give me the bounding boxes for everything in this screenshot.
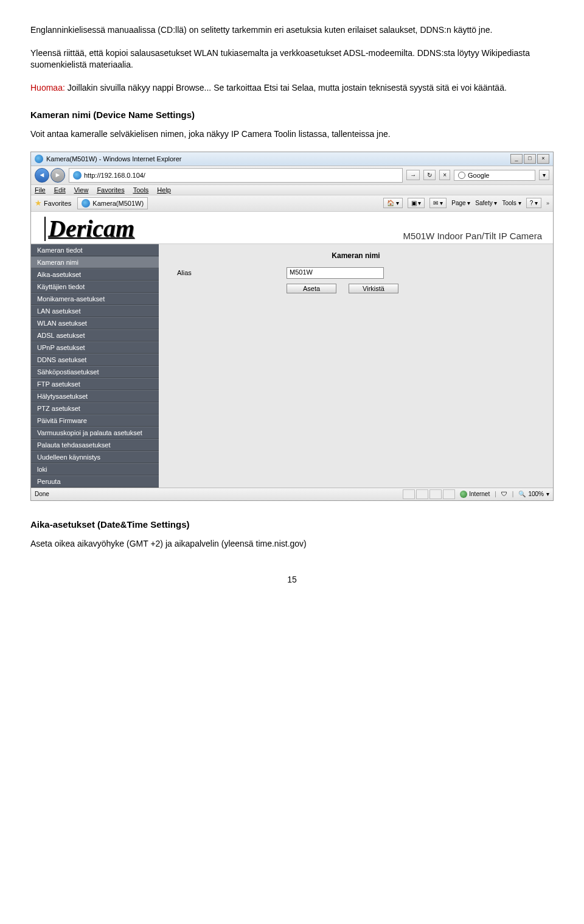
close-button[interactable]: ×: [537, 154, 549, 164]
menu-edit[interactable]: Edit: [54, 186, 66, 194]
paragraph-datetime-desc: Aseta oikea aikavyöhyke (GMT +2) ja aika…: [30, 538, 554, 550]
sidebar-item-adsl[interactable]: ADSL asetukset: [31, 329, 159, 341]
status-box-3: [429, 489, 442, 499]
sidebar-item-lan[interactable]: LAN asetukset: [31, 305, 159, 317]
feeds-icon[interactable]: ▣ ▾: [408, 198, 425, 208]
window-controls: _ □ ×: [510, 154, 549, 164]
heading-datetime: Aika-asetukset (Date&Time Settings): [30, 519, 554, 530]
sidebar-item-upnp[interactable]: UPnP asetukset: [31, 341, 159, 354]
search-box[interactable]: Google: [454, 170, 535, 181]
paragraph-manual: Englanninkielisessä manuaalissa (CD:llä)…: [30, 24, 554, 37]
heading-device-name: Kameran nimi (Device Name Settings): [30, 110, 554, 120]
tool-safety[interactable]: Safety ▾: [475, 200, 497, 206]
paragraph-note: Huomaa: Joillakin sivuilla näkyy nappi B…: [30, 82, 554, 94]
tool-cluster: 🏠 ▾ ▣ ▾ ✉ ▾ Page ▾ Safety ▾ Tools ▾ ? ▾ …: [383, 198, 549, 208]
tool-tools[interactable]: Tools ▾: [502, 200, 521, 206]
search-engine-label: Google: [468, 172, 489, 179]
ie-page-icon: [73, 171, 82, 180]
help-icon[interactable]: ? ▾: [526, 198, 541, 208]
stop-button[interactable]: ×: [439, 170, 450, 180]
back-button[interactable]: ◄: [35, 168, 49, 183]
set-button[interactable]: Aseta: [287, 284, 336, 293]
status-zone: Internet: [460, 491, 490, 498]
browser-window: Kamera(M501W) - Windows Internet Explore…: [30, 152, 554, 501]
page-number: 15: [30, 575, 554, 584]
sidebar-item-backup[interactable]: Varmuuskopioi ja palauta asetukset: [31, 427, 159, 439]
favorites-star[interactable]: ★ Favorites: [35, 198, 71, 208]
address-text: http://192.168.0.104/: [84, 172, 145, 179]
status-bar: Done Internet | 🛡 | 🔍 100% ▾: [31, 488, 553, 500]
sidebar-item-email[interactable]: Sähköpostiasetukset: [31, 366, 159, 378]
menu-tools[interactable]: Tools: [133, 186, 149, 194]
address-toolbar: ◄ ► http://192.168.0.104/ → ↻ × Google ▾: [31, 166, 553, 185]
alias-row: Alias M501W: [159, 266, 553, 280]
sidebar-item-firmware[interactable]: Päivitä Firmware: [31, 415, 159, 427]
menu-favorites[interactable]: Favorites: [97, 186, 124, 194]
tab-kamera[interactable]: Kamera(M501W): [77, 197, 148, 209]
address-input[interactable]: http://192.168.0.104/: [69, 168, 403, 183]
settings-sidebar: Kameran tiedot Kameran nimi Aika-asetuks…: [31, 244, 159, 488]
alias-input[interactable]: M501W: [287, 267, 384, 279]
overflow-icon[interactable]: »: [546, 200, 549, 206]
panel-title: Kameran nimi: [159, 249, 553, 266]
sidebar-item-alarm[interactable]: Hälytysasetukset: [31, 390, 159, 402]
mail-icon[interactable]: ✉ ▾: [429, 198, 447, 208]
sidebar-item-ptz[interactable]: PTZ asetukset: [31, 402, 159, 415]
status-box-2: [416, 489, 428, 499]
menu-file[interactable]: File: [35, 186, 46, 194]
menu-view[interactable]: View: [74, 186, 89, 194]
minimize-button[interactable]: _: [510, 154, 523, 164]
sidebar-item-info[interactable]: Kameran tiedot: [31, 244, 159, 256]
favorites-label: Favorites: [44, 200, 71, 207]
menu-help[interactable]: Help: [157, 186, 171, 194]
zoom-control[interactable]: 🔍 100% ▾: [518, 491, 549, 497]
protected-mode-icon: 🛡: [501, 491, 507, 497]
refresh-button[interactable]: ↻: [423, 170, 436, 180]
tab-ie-icon: [82, 199, 90, 208]
forward-button[interactable]: ►: [50, 168, 65, 183]
maximize-button[interactable]: □: [524, 154, 536, 164]
tool-page[interactable]: Page ▾: [451, 200, 470, 206]
sidebar-item-ddns[interactable]: DDNS asetukset: [31, 354, 159, 366]
sidebar-item-users[interactable]: Käyttäjien tiedot: [31, 281, 159, 293]
menubar: File Edit View Favorites Tools Help: [31, 185, 553, 195]
status-box-4: [443, 489, 455, 499]
paragraph-device-desc: Voit antaa kameralle selväkielisen nimen…: [30, 128, 554, 141]
sidebar-item-name[interactable]: Kameran nimi: [31, 256, 159, 268]
sidebar-item-log[interactable]: loki: [31, 463, 159, 475]
zoom-value: 100%: [528, 491, 544, 497]
buttons-row: Aseta Virkistä: [159, 280, 553, 295]
sidebar-item-reboot[interactable]: Uudelleen käynnistys: [31, 451, 159, 463]
note-prefix: Huomaa:: [30, 83, 65, 93]
page-content: Dericam M501W Indoor Pan/Tilt IP Camera …: [31, 212, 553, 488]
go-button[interactable]: →: [406, 170, 420, 180]
sidebar-item-factory[interactable]: Palauta tehdasasetukset: [31, 439, 159, 451]
status-done: Done: [35, 491, 49, 497]
sidebar-item-ftp[interactable]: FTP asetukset: [31, 378, 159, 390]
status-zone-label: Internet: [469, 491, 490, 497]
home-icon[interactable]: 🏠 ▾: [383, 198, 403, 208]
favorites-bar: ★ Favorites Kamera(M501W) 🏠 ▾ ▣ ▾ ✉ ▾ Pa…: [31, 195, 553, 212]
window-titlebar[interactable]: Kamera(M501W) - Windows Internet Explore…: [31, 152, 553, 166]
camera-model-text: M501W Indoor Pan/Tilt IP Camera: [403, 231, 542, 241]
window-title: Kamera(M501W) - Windows Internet Explore…: [46, 155, 182, 163]
sidebar-item-wlan[interactable]: WLAN asetukset: [31, 317, 159, 329]
refresh-button-panel[interactable]: Virkistä: [349, 284, 398, 293]
main-panel: Kameran nimi Alias M501W Aseta Virkistä: [159, 244, 553, 488]
alias-label: Alias: [177, 269, 274, 276]
tab-label: Kamera(M501W): [92, 200, 144, 207]
sidebar-item-cancel[interactable]: Peruuta: [31, 475, 159, 488]
search-icon: [458, 172, 465, 179]
paragraph-general: Yleensä riittää, että kopioi salausasetu…: [30, 47, 554, 71]
header-row: Dericam M501W Indoor Pan/Tilt IP Camera: [31, 212, 553, 244]
ie-icon: [35, 155, 43, 163]
dericam-logo: Dericam: [44, 217, 134, 241]
sidebar-item-time[interactable]: Aika-asetukset: [31, 268, 159, 281]
globe-icon: [460, 491, 467, 498]
status-box-1: [403, 489, 415, 499]
sidebar-item-multicam[interactable]: Monikamera-asetukset: [31, 293, 159, 305]
search-dropdown[interactable]: ▾: [539, 170, 549, 180]
note-rest: Joillakin sivuilla näkyy nappi Browse...…: [65, 83, 507, 93]
